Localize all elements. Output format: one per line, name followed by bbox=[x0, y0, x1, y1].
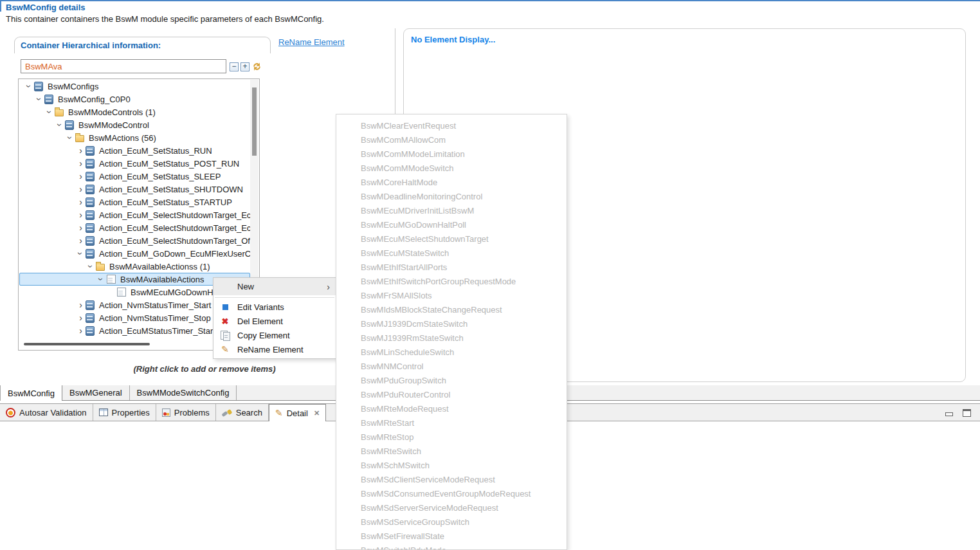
chevron-down-icon[interactable] bbox=[45, 107, 55, 116]
tree-row-bswmactions-56[interactable]: BswMActions (56) bbox=[19, 131, 250, 144]
submenu-item-bswmcommmodeswitch[interactable]: BswMComMModeSwitch bbox=[336, 161, 567, 176]
tab-bswmconfig[interactable]: BswMConfig bbox=[0, 385, 62, 401]
minimize-icon[interactable] bbox=[945, 412, 953, 416]
chevron-down-icon[interactable] bbox=[66, 133, 75, 142]
submenu-item-bswmcommmodelimitation[interactable]: BswMComMModeLimitation bbox=[336, 147, 567, 161]
tree-row-action-ecum-setstatus-post-run[interactable]: Action_EcuM_SetStatus_POST_RUN bbox=[19, 157, 250, 170]
chevron-right-icon[interactable] bbox=[76, 236, 86, 245]
submenu-item-bswmethifswitchportgrouprequestmode[interactable]: BswMEthIfSwitchPortGroupRequestMode bbox=[336, 275, 567, 289]
submenu-item-bswmcleareventrequest[interactable]: BswMClearEventRequest bbox=[336, 119, 567, 133]
tree-row-action-ecum-setstatus-startup[interactable]: Action_EcuM_SetStatus_STARTUP bbox=[19, 196, 250, 208]
submenu-item-bswmdeadlinemonitoringcontrol[interactable]: BswMDeadlineMonitoringControl bbox=[336, 190, 567, 204]
tree-row-bswmconfig-c0p0[interactable]: BswMConfig_C0P0 bbox=[19, 93, 250, 105]
tree-row-bswmmodecontrol[interactable]: BswMModeControl bbox=[19, 118, 250, 131]
submenu-item-bswmswitchipdumode[interactable]: BswMSwitchIPduMode bbox=[336, 544, 567, 550]
submenu-item-bswmrtestop[interactable]: BswMRteStop bbox=[336, 430, 567, 445]
submenu-item-bswmpdugroupswitch[interactable]: BswMPduGroupSwitch bbox=[336, 374, 567, 388]
submenu-item-bswmsdserverservicemoderequest[interactable]: BswMSdServerServiceModeRequest bbox=[336, 501, 567, 515]
delete-icon bbox=[220, 316, 230, 326]
view-tab-autosar-validation[interactable]: Autosar Validation bbox=[0, 404, 93, 421]
chevron-right-icon[interactable] bbox=[76, 223, 86, 232]
submenu-item-bswmnmcontrol[interactable]: BswMNMControl bbox=[336, 360, 567, 374]
rename-element-link[interactable]: ReName Element bbox=[278, 37, 345, 47]
submenu-item-bswmsdservicegroupswitch[interactable]: BswMSdServiceGroupSwitch bbox=[336, 515, 567, 529]
view-tab-search[interactable]: Search bbox=[216, 404, 269, 421]
submenu-arrow-icon: › bbox=[327, 282, 330, 292]
submenu-item-bswmsdclientservicemoderequest[interactable]: BswMSdClientServiceModeRequest bbox=[336, 473, 567, 487]
submenu-item-bswmecumgodownhaltpoll[interactable]: BswMEcuMGoDownHaltPoll bbox=[336, 218, 567, 232]
close-icon[interactable]: ✕ bbox=[314, 409, 320, 417]
submenu-item-bswmidsmblockstatechangerequest[interactable]: BswMIdsMBlockStateChangeRequest bbox=[336, 303, 567, 317]
chevron-right-icon[interactable] bbox=[76, 197, 86, 206]
menu-item-del-element[interactable]: Del Element bbox=[213, 314, 336, 328]
tree-row-action-ecum-setstatus-sleep[interactable]: Action_EcuM_SetStatus_SLEEP bbox=[19, 170, 250, 183]
submenu-item-bswmlinscheduleswitch[interactable]: BswMLinScheduleSwitch bbox=[336, 345, 567, 360]
chevron-right-icon[interactable] bbox=[76, 146, 86, 155]
submenu-item-bswmj1939dcmstateswitch[interactable]: BswMJ1939DcmStateSwitch bbox=[336, 317, 567, 331]
tree-filter-input[interactable] bbox=[21, 59, 226, 73]
chevron-right-icon[interactable] bbox=[76, 172, 86, 181]
chevron-down-icon[interactable] bbox=[55, 120, 65, 129]
submenu-item-bswmschmswitch[interactable]: BswMSchMSwitch bbox=[336, 459, 567, 473]
horizontal-scrollbar[interactable] bbox=[24, 343, 150, 345]
submenu-item-bswmrtestart[interactable]: BswMRteStart bbox=[336, 416, 567, 430]
submenu-item-bswmethifstartallports[interactable]: BswMEthIfStartAllPorts bbox=[336, 261, 567, 275]
tree-row-action-ecum-selectshutdowntarget-off[interactable]: Action_EcuM_SelectShutdownTarget_Off bbox=[19, 234, 250, 247]
submenu-item-bswmj1939rmstateswitch[interactable]: BswMJ1939RmStateSwitch bbox=[336, 331, 567, 345]
chevron-down-icon[interactable] bbox=[76, 249, 86, 258]
menu-item-label: Edit Variants bbox=[237, 302, 284, 312]
vertical-scrollbar-thumb[interactable] bbox=[252, 87, 257, 156]
submenu-item-bswmcorehaltmode[interactable]: BswMCoreHaltMode bbox=[336, 176, 567, 190]
submenu-item-bswmecumstateswitch[interactable]: BswMEcuMStateSwitch bbox=[336, 246, 567, 261]
chevron-right-icon[interactable] bbox=[76, 313, 86, 322]
expand-all-icon[interactable]: + bbox=[240, 62, 250, 71]
menu-item-copy-element[interactable]: Copy Element bbox=[213, 328, 336, 342]
tab-bswmmodeswitchconfig[interactable]: BswMModeSwitchConfig bbox=[130, 385, 237, 400]
submenu-item-bswmecumdriverinitlistbswm[interactable]: BswMEcuMDriverInitListBswM bbox=[336, 204, 567, 218]
tree-row-action-ecum-setstatus-run[interactable]: Action_EcuM_SetStatus_RUN bbox=[19, 144, 250, 157]
page-title: BswMConfig details bbox=[6, 3, 86, 12]
chevron-down-icon[interactable] bbox=[24, 82, 34, 91]
menu-item-edit-variants[interactable]: Edit Variants bbox=[213, 300, 336, 314]
submenu-item-bswmrteswitch[interactable]: BswMRteSwitch bbox=[336, 445, 567, 459]
tree-label: Action_NvmStatusTimer_Stop bbox=[98, 313, 211, 323]
tree-row-action-ecum-selectshutdowntarget-ecum[interactable]: Action_EcuM_SelectShutdownTarget_EcuM bbox=[19, 221, 250, 234]
chevron-down-icon[interactable] bbox=[86, 262, 96, 271]
view-tab-detail[interactable]: Detail✕ bbox=[269, 404, 326, 421]
tree-row-action-ecum-godown-ecumflexusercon[interactable]: Action_EcuM_GoDown_EcuMFlexUserCon bbox=[19, 247, 250, 260]
chevron-right-icon[interactable] bbox=[76, 159, 86, 168]
submenu-item-bswmrtemoderequest[interactable]: BswMRteModeRequest bbox=[336, 402, 567, 416]
tree-row-action-ecum-setstatus-shutdown[interactable]: Action_EcuM_SetStatus_SHUTDOWN bbox=[19, 183, 250, 196]
sync-icon[interactable] bbox=[251, 61, 262, 72]
view-tab-properties[interactable]: Properties bbox=[93, 404, 156, 421]
tab-bswmgeneral[interactable]: BswMGeneral bbox=[62, 385, 130, 400]
submenu-item-bswmpduroutercontrol[interactable]: BswMPduRouterControl bbox=[336, 388, 567, 402]
menu-item-rename-element[interactable]: ReName Element bbox=[213, 342, 336, 356]
maximize-icon[interactable] bbox=[963, 409, 971, 417]
submenu-item-bswmfrsmallslots[interactable]: BswMFrSMAllSlots bbox=[336, 289, 567, 303]
new-element-submenu: BswMClearEventRequestBswMComMAllowComBsw… bbox=[336, 114, 567, 550]
collapse-all-icon[interactable]: − bbox=[230, 62, 239, 71]
tree-row-bswmconfigs[interactable]: BswMConfigs bbox=[19, 80, 250, 93]
tree-label: BswMEcuMGoDownHa bbox=[130, 288, 218, 297]
view-tab-problems[interactable]: Problems bbox=[156, 404, 216, 421]
chevron-down-icon[interactable] bbox=[96, 275, 106, 284]
chevron-right-icon[interactable] bbox=[76, 185, 86, 194]
submenu-item-bswmecumselectshutdowntarget[interactable]: BswMEcuMSelectShutdownTarget bbox=[336, 232, 567, 246]
tree-row-action-ecum-selectshutdowntarget-ecum[interactable]: Action_EcuM_SelectShutdownTarget_EcuM bbox=[19, 208, 250, 221]
container-icon bbox=[86, 159, 95, 169]
chevron-right-icon[interactable] bbox=[76, 326, 86, 335]
chevron-right-icon[interactable] bbox=[76, 210, 86, 219]
tree-row-bswmmodecontrols-1[interactable]: BswMModeControls (1) bbox=[19, 105, 250, 118]
tree-row-bswmavailableactionss-1[interactable]: BswMAvailableActionss (1) bbox=[19, 260, 250, 273]
submenu-item-bswmcommallowcom[interactable]: BswMComMAllowCom bbox=[336, 133, 567, 147]
submenu-item-bswmsdconsumedeventgroupmoderequest[interactable]: BswMSdConsumedEventGroupModeRequest bbox=[336, 487, 567, 501]
submenu-item-bswmsetfirewallstate[interactable]: BswMSetFirewallState bbox=[336, 529, 567, 544]
problems-icon bbox=[162, 408, 170, 417]
container-icon bbox=[86, 236, 95, 246]
chevron-right-icon[interactable] bbox=[76, 300, 86, 309]
menu-item-new[interactable]: New › bbox=[213, 278, 336, 295]
properties-icon bbox=[99, 408, 108, 416]
chevron-down-icon[interactable] bbox=[35, 95, 44, 104]
tree-label: BswMModeControl bbox=[78, 120, 149, 130]
